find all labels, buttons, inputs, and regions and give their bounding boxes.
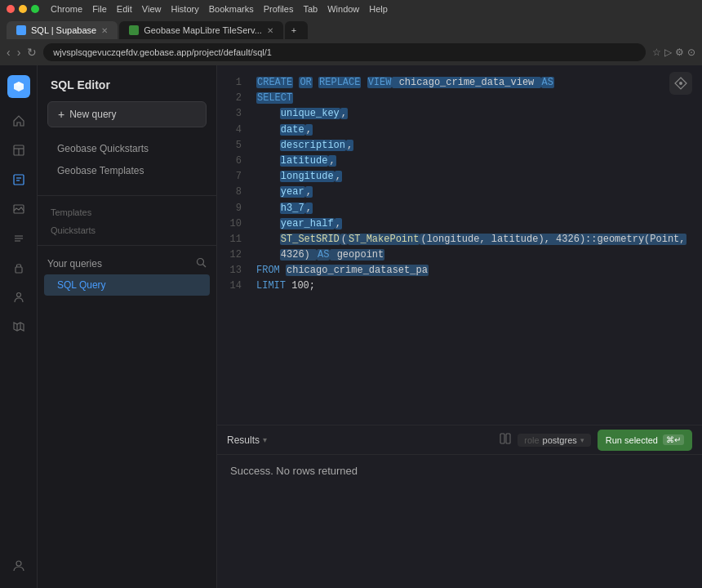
chrome-menu-history[interactable]: History (171, 4, 198, 14)
results-tab[interactable]: Results ▾ (227, 434, 267, 446)
main-content: 1 2 3 4 5 6 7 8 9 10 11 12 13 14 CREATE … (217, 65, 702, 588)
sidebar-item-geobase-templates[interactable]: Geobase Templates (44, 160, 210, 181)
code-line-13: FROM chicago_crime_dataset_pa (256, 263, 695, 278)
role-badge[interactable]: role postgres ▾ (518, 434, 591, 447)
forward-button[interactable]: › (17, 46, 21, 59)
tab-sql-editor[interactable]: SQL | Supabase ✕ (7, 21, 118, 39)
chrome-menu-profiles[interactable]: Profiles (264, 4, 294, 14)
address-input[interactable] (43, 43, 646, 61)
chrome-menu-window[interactable]: Window (327, 4, 359, 14)
home-rail-icon[interactable] (6, 108, 32, 134)
chrome-menu-bookmarks[interactable]: Bookmarks (209, 4, 254, 14)
bookmark-icon[interactable]: ☆ (652, 47, 661, 58)
line-num-11: 11 (230, 232, 242, 247)
person-rail-icon[interactable] (6, 284, 32, 310)
your-queries-label: Your queries (47, 258, 193, 270)
chrome-menu-chrome[interactable]: Chrome (51, 4, 82, 14)
results-panel: Results ▾ role postgres ▾ Run selected (217, 425, 702, 588)
diamond-icon[interactable] (669, 72, 692, 95)
logo-icon[interactable] (7, 75, 30, 98)
chrome-menu-view[interactable]: View (142, 4, 162, 14)
reload-button[interactable]: ↻ (27, 46, 37, 59)
code-line-14: LIMIT 100; (256, 278, 695, 294)
new-query-button[interactable]: + New query (47, 101, 207, 127)
svg-line-16 (203, 265, 207, 268)
results-tab-label: Results (227, 434, 260, 446)
run-selected-button[interactable]: Run selected ⌘↵ (598, 430, 692, 451)
tab-close-1[interactable]: ✕ (101, 26, 108, 35)
tab-favicon-2 (129, 25, 139, 35)
table-rail-icon[interactable] (6, 137, 32, 163)
results-tab-arrow: ▾ (263, 435, 267, 444)
code-line-9: h3_7, (256, 201, 695, 216)
window-controls[interactable] (7, 5, 39, 13)
line-num-12: 12 (230, 247, 242, 263)
extension-icon[interactable]: ⚙ (675, 47, 684, 58)
line-num-2: 2 (236, 91, 242, 106)
chrome-menu-tab[interactable]: Tab (303, 4, 318, 14)
code-content[interactable]: CREATE OR REPLACE VIEW chicago_crime_dat… (250, 65, 702, 425)
tab-new[interactable]: + (285, 21, 308, 39)
line-num-14: 14 (230, 278, 242, 294)
svg-rect-3 (14, 175, 24, 185)
sidebar: SQL Editor + New query Geobase Quickstar… (38, 65, 217, 588)
lock-rail-icon[interactable] (6, 255, 32, 281)
columns-icon[interactable] (500, 433, 511, 447)
quickstarts-group-label: Quickstarts (38, 220, 216, 238)
svg-rect-19 (506, 434, 510, 443)
profile-icon[interactable]: ⊙ (687, 47, 695, 58)
sql-rail-icon[interactable] (6, 167, 32, 193)
svg-rect-10 (16, 267, 22, 273)
cast-icon[interactable]: ▷ (664, 47, 672, 58)
svg-point-11 (16, 293, 20, 297)
chrome-titlebar: Chrome File Edit View History Bookmarks … (0, 0, 702, 18)
code-line-11: ST_SetSRID(ST_MakePoint(longitude, latit… (256, 232, 695, 247)
line-num-8: 8 (236, 185, 242, 200)
chrome-menu-edit[interactable]: Edit (117, 4, 132, 14)
user-bottom-rail-icon[interactable] (6, 552, 32, 578)
line-num-10: 10 (230, 216, 242, 232)
search-icon[interactable] (196, 257, 207, 270)
chrome-menu-file[interactable]: File (92, 4, 107, 14)
run-keyboard-shortcut: ⌘↵ (663, 434, 684, 445)
run-selected-label: Run selected (606, 435, 658, 445)
role-value: postgres (543, 435, 577, 445)
tab-label-2: Geobase MapLibre TileServ... (144, 25, 262, 35)
new-query-label: New query (69, 109, 116, 120)
app-container: SQL Editor + New query Geobase Quickstar… (0, 65, 702, 588)
minimize-button[interactable] (19, 5, 27, 13)
chrome-menu-help[interactable]: Help (369, 4, 388, 14)
address-bar-icons: ☆ ▷ ⚙ ⊙ (652, 47, 695, 58)
sidebar-item-sql-query[interactable]: SQL Query (44, 274, 210, 296)
code-line-6: latitude, (256, 154, 695, 169)
role-dropdown-arrow: ▾ (580, 436, 584, 444)
address-bar: ‹ › ↻ ☆ ▷ ⚙ ⊙ (0, 39, 702, 65)
line-numbers: 1 2 3 4 5 6 7 8 9 10 11 12 13 14 (217, 65, 250, 425)
tab-bar: SQL | Supabase ✕ Geobase MapLibre TileSe… (0, 18, 702, 39)
code-line-4: date, (256, 122, 695, 138)
code-line-10: year_half, (256, 216, 695, 232)
tab-geobase[interactable]: Geobase MapLibre TileServ... ✕ (119, 21, 283, 39)
results-body: Success. No rows returned (217, 455, 702, 588)
tab-label-1: SQL | Supabase (31, 25, 96, 35)
sidebar-shortcuts-section: Geobase Quickstarts Geobase Templates (38, 137, 216, 182)
sidebar-title: SQL Editor (38, 75, 216, 101)
plus-icon: + (58, 108, 64, 121)
line-num-7: 7 (236, 169, 242, 185)
map-rail-icon[interactable] (6, 314, 32, 340)
back-button[interactable]: ‹ (7, 46, 11, 59)
svg-point-14 (16, 561, 21, 566)
sidebar-divider-2 (38, 245, 216, 246)
list-rail-icon[interactable] (6, 225, 32, 252)
image-rail-icon[interactable] (6, 196, 32, 222)
maximize-button[interactable] (31, 5, 39, 13)
templates-group-label: Templates (38, 203, 216, 220)
code-editor[interactable]: 1 2 3 4 5 6 7 8 9 10 11 12 13 14 CREATE … (217, 65, 702, 425)
svg-point-15 (198, 259, 204, 265)
close-button[interactable] (7, 5, 15, 13)
sidebar-item-geobase-quickstarts[interactable]: Geobase Quickstarts (44, 138, 210, 159)
code-line-2: SELECT (256, 91, 695, 106)
code-line-7: longitude, (256, 169, 695, 185)
icon-rail (0, 65, 38, 588)
tab-close-2[interactable]: ✕ (267, 26, 273, 35)
